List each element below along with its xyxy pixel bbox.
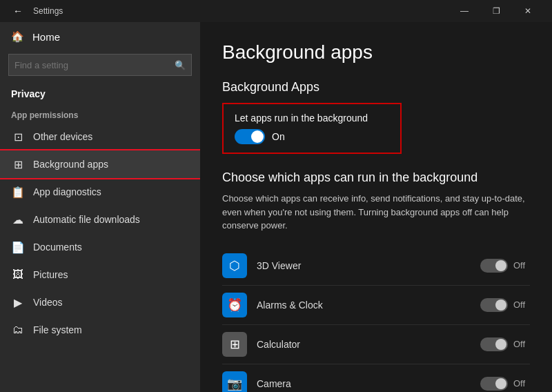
list-item: ⏰ Alarms & Clock Off [222, 286, 530, 325]
file-system-icon: 🗂 [11, 323, 25, 337]
sidebar-item-label: File system [33, 324, 82, 335]
close-button[interactable]: ✕ [512, 0, 544, 22]
app-icon: 📷 [222, 371, 247, 393]
sidebar-item-label: Background apps [33, 159, 108, 170]
app-list: ⬡ 3D Viewer Off ⏰ Alarms & Clock [222, 246, 530, 393]
search-input[interactable] [14, 60, 175, 70]
main-layout: 🏠 Home 🔍 Privacy App permissions ⊡ Other… [0, 22, 552, 392]
toggle-knob [495, 300, 506, 311]
toggle-knob [495, 378, 506, 389]
toggle-knob [251, 130, 264, 143]
alarms-icon: ⏰ [227, 297, 242, 313]
app-toggle-switch[interactable] [480, 377, 508, 391]
sidebar-item-other-devices[interactable]: ⊡ Other devices [0, 123, 200, 150]
home-icon: 🏠 [11, 30, 24, 43]
toggle-row: On [235, 129, 389, 144]
page-title: Background apps [222, 41, 530, 63]
sidebar-item-app-diagnostics[interactable]: 📋 App diagnostics [0, 178, 200, 206]
app-icon: ⊞ [222, 332, 247, 357]
list-item: 📷 Camera Off [222, 364, 530, 393]
choose-description: Choose which apps can receive info, send… [222, 192, 526, 233]
app-toggle-state: Off [513, 260, 530, 271]
back-button[interactable]: ← [8, 1, 28, 21]
toggle-label: Let apps run in the background [235, 112, 389, 124]
app-toggle-switch[interactable] [480, 337, 508, 351]
app-toggle-switch[interactable] [480, 298, 508, 312]
choose-title: Choose which apps can run in the backgro… [222, 170, 530, 185]
toggle-state-text: On [272, 131, 285, 142]
toggle-knob [495, 260, 506, 271]
search-icon: 🔍 [175, 60, 186, 70]
app-toggle-row: Off [480, 337, 530, 351]
section-title: Background Apps [222, 80, 530, 95]
list-item: ⊞ Calculator Off [222, 325, 530, 364]
app-name: Camera [257, 378, 480, 389]
documents-icon: 📄 [11, 240, 25, 254]
list-item: ⬡ 3D Viewer Off [222, 246, 530, 286]
sidebar-item-documents[interactable]: 📄 Documents [0, 233, 200, 261]
sidebar-item-label: Videos [33, 297, 63, 308]
window-controls: — ❐ ✕ [448, 0, 544, 22]
app-name: Calculator [257, 339, 480, 350]
app-toggle-row: Off [480, 259, 530, 273]
privacy-label: Privacy [0, 81, 200, 104]
calculator-icon: ⊞ [230, 337, 240, 352]
sidebar-item-label: App diagnostics [33, 186, 101, 197]
window-title: Settings [33, 6, 448, 16]
content-area: Background apps Background Apps Let apps… [200, 22, 552, 392]
background-run-toggle-box: Let apps run in the background On [222, 103, 402, 154]
sidebar-item-automatic-file-downloads[interactable]: ☁ Automatic file downloads [0, 206, 200, 233]
app-toggle-state: Off [513, 339, 530, 349]
app-icon: ⏰ [222, 293, 247, 317]
minimize-button[interactable]: — [448, 0, 480, 22]
camera-icon: 📷 [227, 376, 242, 391]
background-run-toggle[interactable] [235, 129, 265, 144]
sidebar-item-label: Automatic file downloads [33, 214, 140, 225]
sidebar: 🏠 Home 🔍 Privacy App permissions ⊡ Other… [0, 22, 200, 392]
app-toggle-row: Off [480, 298, 530, 312]
app-permissions-label: App permissions [0, 104, 200, 123]
app-name: 3D Viewer [257, 260, 480, 271]
pictures-icon: 🖼 [11, 268, 25, 282]
sidebar-item-background-apps[interactable]: ⊞ Background apps [0, 150, 200, 178]
app-toggle-switch[interactable] [480, 259, 508, 273]
app-diagnostics-icon: 📋 [11, 185, 25, 199]
titlebar: ← Settings — ❐ ✕ [0, 0, 552, 22]
app-toggle-state: Off [513, 378, 530, 389]
sidebar-item-pictures[interactable]: 🖼 Pictures [0, 261, 200, 288]
background-apps-icon: ⊞ [11, 157, 25, 171]
automatic-downloads-icon: ☁ [11, 213, 25, 226]
3dviewer-icon: ⬡ [229, 258, 240, 273]
sidebar-item-label: Documents [33, 242, 82, 253]
sidebar-home-label: Home [32, 31, 60, 43]
app-toggle-row: Off [480, 377, 530, 391]
app-name: Alarms & Clock [257, 300, 480, 311]
sidebar-item-videos[interactable]: ▶ Videos [0, 288, 200, 316]
sidebar-item-file-system[interactable]: 🗂 File system [0, 316, 200, 344]
app-toggle-state: Off [513, 300, 530, 310]
restore-button[interactable]: ❐ [480, 0, 512, 22]
app-icon: ⬡ [222, 253, 247, 278]
videos-icon: ▶ [11, 295, 25, 309]
toggle-knob [495, 339, 506, 350]
sidebar-item-label: Other devices [33, 131, 92, 142]
sidebar-item-label: Pictures [33, 269, 68, 280]
back-icon: ← [13, 6, 23, 17]
sidebar-home-item[interactable]: 🏠 Home [0, 22, 200, 51]
sidebar-search-box[interactable]: 🔍 [8, 54, 192, 76]
other-devices-icon: ⊡ [11, 130, 25, 144]
